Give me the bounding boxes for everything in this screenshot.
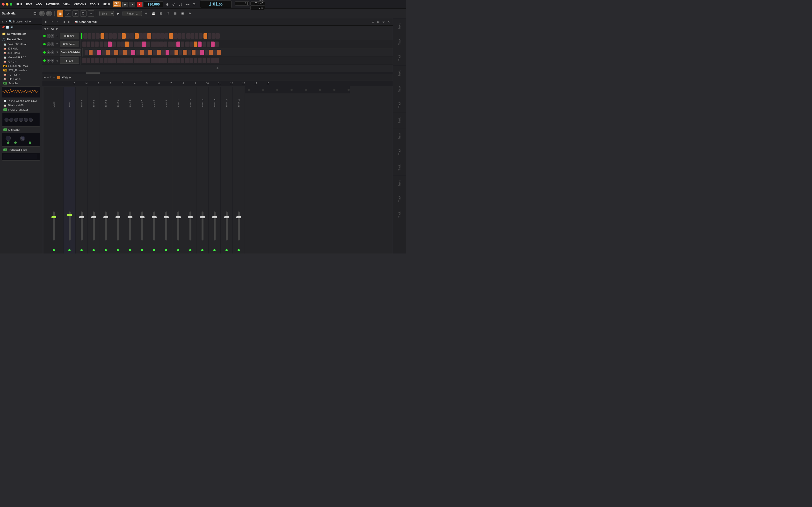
mixer-led[interactable] [153, 249, 155, 251]
beat-button[interactable] [102, 50, 106, 55]
mixer-led[interactable] [201, 249, 203, 251]
beat-button[interactable] [168, 42, 172, 47]
beat-button[interactable] [105, 33, 108, 39]
beat-button[interactable] [209, 50, 213, 55]
channel-solo-kick[interactable]: ▼ [51, 34, 54, 38]
mixer-led-secondary[interactable] [276, 89, 278, 91]
fader-handle-insert5[interactable] [115, 216, 120, 218]
fader-insert13[interactable] [214, 212, 215, 240]
lower-record-button[interactable]: ⬆ [50, 76, 52, 79]
beat-button[interactable] [207, 42, 210, 47]
beat-button[interactable] [139, 33, 143, 39]
beat-button[interactable] [100, 42, 103, 47]
channel-name-snare2[interactable]: Snare [60, 57, 79, 64]
beat-button[interactable] [118, 33, 121, 39]
beat-button[interactable] [121, 58, 125, 63]
beat-button[interactable] [164, 33, 168, 39]
beat-button[interactable] [211, 58, 215, 63]
fader-handle-insert6[interactable] [128, 216, 133, 218]
beat-button[interactable] [159, 58, 163, 63]
beat-button[interactable] [112, 42, 116, 47]
beat-button[interactable] [95, 58, 99, 63]
list-item[interactable]: 🥁 Attack Hat 06 [0, 103, 42, 107]
beat-button[interactable] [135, 33, 139, 39]
beat-button[interactable] [138, 42, 142, 47]
beat-button[interactable] [169, 33, 173, 39]
add-pattern-button[interactable]: + [143, 11, 149, 16]
beat-button[interactable] [146, 58, 150, 63]
right-track-7[interactable]: Track [393, 113, 406, 128]
mixer-led-secondary[interactable] [248, 89, 250, 91]
pattern-display[interactable]: Pattern 1 [122, 11, 142, 16]
mixer-led-secondary[interactable] [333, 89, 336, 91]
fader-handle-insert12[interactable] [200, 216, 205, 218]
beat-button[interactable] [134, 58, 138, 63]
beat-button[interactable] [96, 33, 100, 39]
beat-button[interactable] [203, 42, 206, 47]
lower-loop-button[interactable]: ↩ [47, 76, 49, 79]
record-button[interactable]: ● [137, 2, 143, 7]
list-item[interactable]: 🥁 707 CH [0, 59, 42, 64]
beat-button[interactable] [203, 58, 206, 63]
beat-button[interactable] [143, 33, 147, 39]
beat-button[interactable] [92, 33, 95, 39]
menu-options[interactable]: OPTIONS [73, 2, 88, 6]
beat-button[interactable] [181, 42, 185, 47]
beat-button[interactable] [131, 50, 135, 55]
speaker-icon[interactable]: 🔊 [10, 25, 13, 29]
fader-handle-master[interactable] [51, 216, 56, 218]
beat-button[interactable] [163, 58, 167, 63]
fader-handle-insert10[interactable] [176, 216, 181, 218]
right-track-12[interactable]: Track [393, 191, 406, 207]
beat-button[interactable] [194, 58, 197, 63]
fader-insert1[interactable] [69, 212, 70, 240]
beat-button[interactable] [142, 42, 146, 47]
rack-filter-right[interactable]: ▶ [67, 20, 71, 24]
list-item[interactable]: SF SoundFontTrack [0, 64, 42, 68]
beat-button[interactable] [134, 42, 138, 47]
channel-name-hihat[interactable]: Basic 808 HiHat [60, 49, 81, 56]
rack-grid-button[interactable]: ▦ [376, 20, 380, 24]
fader-insert15[interactable] [238, 212, 240, 240]
beat-button[interactable] [190, 58, 193, 63]
beat-button[interactable] [93, 50, 97, 55]
beat-button[interactable] [176, 58, 180, 63]
beat-button[interactable] [195, 33, 198, 39]
menu-add[interactable]: ADD [35, 2, 43, 6]
list-item[interactable]: FX Sampler [0, 81, 42, 86]
beat-button[interactable] [168, 58, 172, 63]
beat-button[interactable] [156, 33, 160, 39]
close-button[interactable] [2, 3, 5, 6]
menu-patterns[interactable]: PATTERNS [45, 2, 61, 6]
render-icon[interactable]: ⊠ [180, 11, 185, 16]
master-volume-knob[interactable] [39, 11, 45, 16]
beat-button[interactable] [127, 50, 131, 55]
add-channel-button[interactable]: + [42, 65, 393, 72]
channel-led-snare2[interactable] [43, 59, 46, 62]
channel-solo-snare2[interactable]: ▼ [51, 59, 54, 62]
beat-button[interactable] [123, 50, 127, 55]
list-item[interactable]: 🥁 Basic 808 HiHat [0, 42, 42, 46]
list-item[interactable]: 🥁 808 Kick [0, 46, 42, 51]
right-track-9[interactable]: Track [393, 144, 406, 160]
export-icon[interactable]: ⬆ [165, 11, 171, 16]
fader-insert14[interactable] [226, 212, 227, 240]
beat-button[interactable] [173, 33, 177, 39]
mixer-led[interactable] [189, 249, 191, 251]
right-track-11[interactable]: Track [393, 175, 406, 191]
channel-back-button[interactable]: ◀ [44, 27, 46, 30]
all-filter-label[interactable]: All [50, 27, 55, 31]
all-dropdown[interactable]: ▶ [56, 27, 58, 30]
beat-button[interactable] [129, 58, 133, 63]
mixer-led[interactable] [225, 249, 227, 251]
playlist-button[interactable]: ◈ [72, 10, 79, 17]
beat-button[interactable] [146, 42, 150, 47]
minimize-button[interactable] [6, 3, 8, 6]
channel-mute-snare2[interactable]: ◀ [47, 59, 51, 62]
fader-insert12[interactable] [202, 212, 203, 240]
beat-button[interactable] [152, 33, 156, 39]
beat-button[interactable] [191, 33, 194, 39]
beat-button[interactable] [216, 33, 220, 39]
beat-button[interactable] [87, 58, 90, 63]
save-icon[interactable]: 💾 [151, 11, 156, 16]
